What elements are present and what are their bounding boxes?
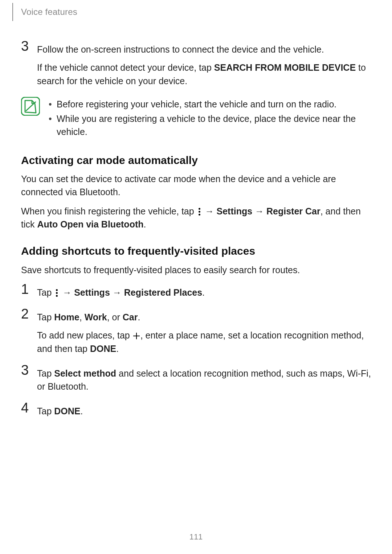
text: Tap — [37, 312, 54, 322]
settings-label: Settings — [74, 287, 110, 297]
select-method-label: Select method — [54, 368, 116, 378]
step-1-body: Tap → Settings → Registered Places. — [37, 282, 373, 304]
note-item: While you are registering a vehicle to t… — [47, 112, 373, 139]
header-section-label: Voice features — [21, 7, 77, 17]
arrow: → — [110, 287, 124, 297]
step-2: 2 Tap Home, Work, or Car. To add new pla… — [21, 307, 373, 360]
plus-icon — [133, 332, 140, 340]
step-4-body: Tap DONE. — [37, 401, 373, 423]
registered-places-label: Registered Places — [124, 287, 202, 297]
step-3-line2: If the vehicle cannot detect your device… — [37, 61, 373, 87]
activating-para1: You can set the device to activate car m… — [21, 172, 373, 199]
heading-activating: Activating car mode automatically — [21, 152, 373, 168]
header-rule — [12, 3, 13, 21]
car-label: Car — [123, 312, 138, 322]
more-options-icon — [55, 289, 59, 297]
step-4: 4 Tap DONE. — [21, 401, 373, 423]
auto-open-label: Auto Open via Bluetooth — [37, 219, 143, 229]
more-options-icon — [197, 208, 202, 216]
step-1-text: Tap → Settings → Registered Places. — [37, 286, 373, 299]
step-3-line1: Follow the on-screen instructions to con… — [37, 43, 373, 56]
home-label: Home — [54, 312, 79, 322]
text: Tap — [37, 406, 54, 416]
text: . — [81, 406, 83, 416]
step-2-line1: Tap Home, Work, or Car. — [37, 311, 373, 324]
arrow: → — [60, 287, 74, 297]
step-3b-text: Tap Select method and select a location … — [37, 367, 373, 393]
text: Tap — [37, 287, 54, 297]
done-label: DONE — [90, 344, 116, 354]
text: Tap — [37, 368, 54, 378]
text: If the vehicle cannot detect your device… — [37, 62, 214, 73]
step-3: 3 Follow the on-screen instructions to c… — [21, 39, 373, 93]
page: Voice features 3 Follow the on-screen in… — [0, 0, 392, 554]
text: . — [116, 344, 119, 354]
step-number: 1 — [21, 282, 37, 296]
note-item: Before registering your vehicle, start t… — [47, 98, 373, 111]
step-2-body: Tap Home, Work, or Car. To add new place… — [37, 307, 373, 360]
step-3-body: Follow the on-screen instructions to con… — [37, 39, 373, 93]
text: . — [202, 287, 205, 297]
text: . — [138, 312, 140, 322]
text: , or — [107, 312, 123, 322]
note-list: Before registering your vehicle, start t… — [47, 96, 373, 140]
settings-label: Settings — [217, 206, 253, 216]
text: . — [144, 219, 146, 229]
activating-para2: When you finish registering the vehicle,… — [21, 205, 373, 231]
text: When you finish registering the vehicle,… — [21, 206, 197, 216]
step-3b: 3 Tap Select method and select a locatio… — [21, 363, 373, 398]
step-2-line2: To add new places, tap , enter a place n… — [37, 329, 373, 355]
header: Voice features — [12, 0, 77, 24]
step-number: 3 — [21, 39, 37, 53]
step-4-text: Tap DONE. — [37, 405, 373, 418]
work-label: Work — [85, 312, 107, 322]
step-number: 2 — [21, 307, 37, 321]
search-from-mobile-device-label: SEARCH FROM MOBILE DEVICE — [214, 62, 356, 73]
step-number: 4 — [21, 401, 37, 415]
arrow: → — [203, 206, 217, 216]
register-car-label: Register Car — [266, 206, 320, 216]
heading-adding: Adding shortcuts to frequently-visited p… — [21, 243, 373, 259]
adding-intro: Save shortcuts to frequently-visited pla… — [21, 263, 373, 276]
done-label: DONE — [54, 406, 80, 416]
step-3b-body: Tap Select method and select a location … — [37, 363, 373, 398]
step-number: 3 — [21, 363, 37, 377]
page-number: 111 — [0, 532, 392, 542]
content-body: 3 Follow the on-screen instructions to c… — [21, 36, 373, 424]
arrow: → — [252, 206, 266, 216]
step-1: 1 Tap → Settings → Registered Places. — [21, 282, 373, 304]
note-icon — [21, 97, 40, 116]
note-block: Before registering your vehicle, start t… — [21, 96, 373, 140]
text: , — [79, 312, 85, 322]
text: To add new places, tap — [37, 330, 132, 340]
